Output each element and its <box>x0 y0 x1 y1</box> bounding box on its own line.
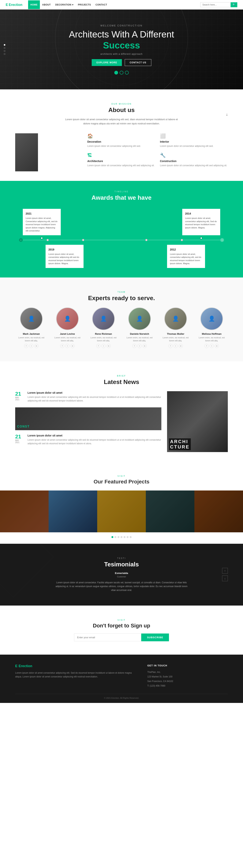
social-in-janet[interactable]: in <box>70 344 75 348</box>
team-member-mark: 👤 Mark Jackman Lorem enim, ea nostrud, e… <box>16 307 46 348</box>
about-text: Lorem ipsum dolor sit amet consectetur a… <box>63 117 180 126</box>
contact-button[interactable]: CONTACT US <box>125 59 151 66</box>
testimonials-bg <box>0 544 243 606</box>
projects-dot-7[interactable] <box>130 536 132 538</box>
social-in-melissa[interactable]: in <box>215 344 219 348</box>
hero-dot-2[interactable] <box>119 71 124 74</box>
footer-brand: E Erection Lorem ipsum dolor sit amet co… <box>15 664 136 688</box>
feature-architecture: 🏗 Architecture Lorem ipsum dolor sit con… <box>87 153 155 167</box>
projects-dot-2[interactable] <box>114 536 116 538</box>
project-1[interactable] <box>0 491 48 532</box>
news-content-1: Lorem ipsum dolor sit amet Lorem ipsum d… <box>28 391 161 403</box>
search-button[interactable]: 🔍 <box>231 2 237 7</box>
news-title-1[interactable]: Lorem ipsum dolor sit amet <box>28 391 161 394</box>
member-socials-rene: f t in <box>88 344 119 348</box>
timeline-text-2019: Lorem ipsum dolor sit amet, consectetur … <box>48 253 81 265</box>
nav-about[interactable]: ABOUT <box>40 3 53 6</box>
avatar-thomas: 👤 <box>164 307 187 330</box>
timeline-year-2012: 2012 <box>170 248 202 252</box>
news-title: Latest News <box>15 378 228 385</box>
hero-side-dot-4[interactable] <box>4 53 5 55</box>
timeline-item-2019: 2019 Lorem ipsum dolor sit amet, consect… <box>45 245 83 268</box>
member-name-thomas: Thomas Muller <box>161 333 191 335</box>
timeline-prev-button[interactable]: ‹ <box>19 238 23 242</box>
hero-side-dot-1[interactable] <box>4 44 5 45</box>
testimonial-next-button[interactable]: ↓ <box>222 576 228 581</box>
nav-projects[interactable]: PROJECTS <box>75 3 93 6</box>
social-tw-janet[interactable]: t <box>65 344 69 348</box>
footer-about-text: Lorem ipsum dolor sit amet consectetur a… <box>15 671 136 679</box>
projects-dot-3[interactable] <box>117 536 119 538</box>
footer-contact-info: ThePlan, Inc. 123 Market St, Suite 100 S… <box>147 670 228 688</box>
news-thumbnail: CONST <box>15 407 161 430</box>
member-socials-melissa: f t in <box>197 344 227 348</box>
timeline-item-2021: 2021 Lorem ipsum dolor sit amet, Consect… <box>23 209 61 235</box>
project-3[interactable] <box>97 491 146 532</box>
member-name-mark: Mark Jackman <box>16 333 46 335</box>
explore-button[interactable]: EXPLORE MORE <box>92 59 122 66</box>
footer-contact-title: Get In Touch <box>147 664 228 667</box>
member-name-janet: Janet Levine <box>52 333 82 335</box>
signup-email-input[interactable] <box>74 633 141 641</box>
timeline-item-2012: 2012 Lorem ipsum dolor sit amet, consect… <box>167 245 205 268</box>
news-month-2: May <box>15 439 25 441</box>
logo[interactable]: E Erection <box>6 3 23 7</box>
search-input[interactable] <box>200 2 231 7</box>
about-arrow-icon[interactable]: ↓ <box>226 112 228 117</box>
timeline-node-4 <box>181 239 183 241</box>
social-fb-thomas[interactable]: f <box>168 344 173 348</box>
navbar: E Erection HOME ABOUT DECORATION ▾ PROJE… <box>0 0 243 9</box>
social-tw-mark[interactable]: t <box>29 344 33 348</box>
social-fb-rene[interactable]: f <box>96 344 100 348</box>
social-fb-daniele[interactable]: f <box>132 344 137 348</box>
footer-bottom: © 2021 Erection. All Rights Reserved. <box>15 694 228 699</box>
testimonial-prev-button[interactable]: ↑ <box>222 568 228 574</box>
hero-side-dot-3[interactable] <box>4 50 5 52</box>
projects-dot-4[interactable] <box>120 536 123 538</box>
timeline-next-button[interactable]: › <box>220 238 224 242</box>
footer-top: E Erection Lorem ipsum dolor sit amet co… <box>15 664 228 688</box>
news-label: BRIEF <box>15 375 228 377</box>
feature-interior-text: Lorem ipsum dolor sit consectetur adipis… <box>160 144 228 148</box>
social-tw-rene[interactable]: t <box>101 344 106 348</box>
social-in-daniele[interactable]: in <box>143 344 147 348</box>
hero-dot-1[interactable] <box>114 71 118 74</box>
timeline-year-2014: 2014 <box>185 212 217 216</box>
projects-dot-6[interactable] <box>127 536 129 538</box>
social-in-mark[interactable]: in <box>34 344 39 348</box>
nav-decoration[interactable]: DECORATION ▾ <box>53 3 75 6</box>
hero-side-dot-2[interactable] <box>4 47 5 49</box>
feature-interior-title: Interior <box>160 140 228 143</box>
contact-city: San Francisco, CA 94102 <box>147 679 228 684</box>
social-in-thomas[interactable]: in <box>179 344 183 348</box>
projects-dot-5[interactable] <box>124 536 126 538</box>
social-in-rene[interactable]: in <box>106 344 111 348</box>
news-title-2[interactable]: Lorem ipsum dolor sit amet <box>28 434 161 437</box>
project-5[interactable] <box>195 491 243 532</box>
signup-button[interactable]: SUBSCRIBE <box>141 633 169 641</box>
project-3-overlay <box>97 491 146 532</box>
nav-home[interactable]: HOME <box>28 0 40 9</box>
nav-contact[interactable]: CONTACT <box>93 3 109 6</box>
social-tw-melissa[interactable]: t <box>210 344 214 348</box>
projects-section: VISIT Our Featured Projects <box>0 465 243 544</box>
feature-architecture-text: Lorem ipsum dolor sit consectetur adipis… <box>87 164 155 167</box>
projects-title: Our Featured Projects <box>0 479 243 485</box>
team-grid: 👤 Mark Jackman Lorem enim, ea nostrud, e… <box>15 307 228 348</box>
social-fb-melissa[interactable]: f <box>204 344 209 348</box>
contact-phone: T: (123) 456-7890 <box>147 684 228 688</box>
projects-pagination <box>0 536 243 538</box>
hero-title-success: Success <box>103 40 140 51</box>
timeline-node-2 <box>145 239 147 241</box>
projects-dot-1[interactable] <box>111 536 113 538</box>
social-tw-daniele[interactable]: t <box>137 344 142 348</box>
hero-dot-3[interactable] <box>125 71 129 74</box>
social-fb-janet[interactable]: f <box>60 344 64 348</box>
contact-street: 123 Market St, Suite 100 <box>147 674 228 679</box>
news-section: BRIEF Latest News 21 May 2021 Lorem ipsu… <box>0 361 243 465</box>
social-tw-thomas[interactable]: t <box>174 344 178 348</box>
awards-title: Awards that we have <box>15 194 228 201</box>
project-4[interactable] <box>146 491 195 532</box>
project-2[interactable] <box>48 491 97 532</box>
social-fb-mark[interactable]: f <box>24 344 28 348</box>
